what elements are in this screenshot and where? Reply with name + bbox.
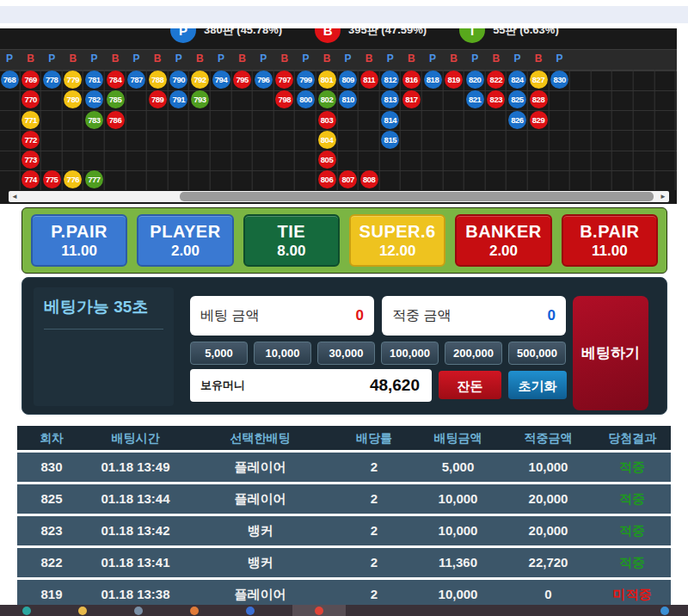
road-result-circle: 812 <box>381 71 399 89</box>
ppair-odds-button[interactable]: P.PAIR11.00 <box>31 214 127 267</box>
road-result-circle: 804 <box>318 131 336 149</box>
road-letter-row: PBPBPBPBPBPBPBPBPBPBPBPBPBP <box>0 49 677 71</box>
road-result-circle: 803 <box>318 111 336 129</box>
history-cell: 20,000 <box>503 516 593 545</box>
reset-button[interactable]: 초기화 <box>508 371 567 399</box>
window-icon[interactable] <box>134 607 143 615</box>
road-result-circle: 786 <box>107 111 125 129</box>
odds-label: SUPER.6 <box>359 222 436 242</box>
chip-button-30000[interactable]: 30,000 <box>317 342 375 365</box>
road-result-circle: 791 <box>169 90 187 108</box>
history-header-cell: 배팅시간 <box>86 426 185 450</box>
chip-button-100000[interactable]: 100,000 <box>381 342 439 365</box>
road-result-circle: 800 <box>297 90 315 108</box>
road-result-circle: 818 <box>424 71 442 89</box>
history-cell: 플레이어 <box>185 484 335 514</box>
tie-odds-button[interactable]: TIE8.00 <box>243 214 340 267</box>
app-icon[interactable] <box>246 607 255 615</box>
chip-button-10000[interactable]: 10,000 <box>254 342 311 365</box>
active-app-icon[interactable] <box>315 607 323 615</box>
scroll-left-icon[interactable]: ◄ <box>9 191 21 202</box>
road-column-letter: P <box>128 52 145 65</box>
road-result-circle: 771 <box>22 111 40 129</box>
history-header-cell: 선택한배팅 <box>185 426 335 450</box>
odds-value: 8.00 <box>277 243 305 260</box>
history-result-cell: 적중 <box>593 484 671 514</box>
bpair-odds-button[interactable]: B.PAIR11.00 <box>562 214 658 267</box>
history-cell: 825 <box>17 484 86 514</box>
bet-history-table: 회차배팅시간선택한배팅배당률배팅금액적중금액당첨결과 83001.18 13:4… <box>17 426 671 609</box>
history-row: 83001.18 13:49플레이어25,00010,000적중 <box>17 453 671 482</box>
history-cell: 5,000 <box>413 453 503 482</box>
bet-timer-box: 베팅가능 35초 <box>34 287 174 406</box>
road-column-letter: B <box>234 52 251 65</box>
history-header-cell: 회차 <box>17 426 86 450</box>
scroll-right-icon[interactable]: ► <box>657 191 669 202</box>
road-result-circle: 785 <box>107 90 125 108</box>
odds-value: 12.00 <box>379 243 416 260</box>
history-result-cell: 적중 <box>593 548 671 577</box>
odds-label: BANKER <box>465 222 542 242</box>
road-scrollbar[interactable]: ◄ ► <box>9 191 669 202</box>
taskbar <box>0 605 688 616</box>
road-result-circle: 778 <box>43 71 61 89</box>
chip-button-5000[interactable]: 5,000 <box>190 342 248 365</box>
road-column-letter: P <box>170 52 187 65</box>
browser-icon[interactable] <box>22 607 31 615</box>
road-column-letter: B <box>488 52 505 65</box>
road-result-circle: 820 <box>466 71 484 89</box>
history-cell: 2 <box>335 453 413 482</box>
player-odds-button[interactable]: PLAYER2.00 <box>137 214 233 267</box>
bet-timer-text: 베팅가능 35초 <box>44 296 163 330</box>
history-cell: 01.18 13:44 <box>86 484 185 514</box>
bet-amount-label: 베팅 금액 <box>200 296 259 336</box>
road-result-circle: 769 <box>22 71 40 89</box>
history-cell: 뱅커 <box>185 516 335 545</box>
change-button[interactable]: 잔돈 <box>439 371 501 399</box>
chip-button-200000[interactable]: 200,000 <box>445 342 502 365</box>
t-stat-icon: T <box>459 28 485 43</box>
road-result-circle: 826 <box>508 111 526 129</box>
banker-odds-button[interactable]: BANKER2.00 <box>455 214 551 267</box>
road-result-circle: 788 <box>149 71 167 89</box>
history-row: 82501.18 13:44플레이어210,00020,000적중 <box>17 484 671 514</box>
road-column-letter: B <box>149 52 166 65</box>
road-result-circle: 801 <box>318 71 336 89</box>
road-result-circle: 814 <box>381 111 399 129</box>
top-banner-band <box>0 6 688 23</box>
road-result-circle: 805 <box>318 151 336 169</box>
road-result-circle: 773 <box>22 151 40 169</box>
chip-button-500000[interactable]: 500,000 <box>508 342 566 365</box>
road-column-letter: B <box>64 52 82 65</box>
road-result-circle: 828 <box>530 90 548 108</box>
history-row: 82301.18 13:42뱅커210,00020,000적중 <box>17 516 671 545</box>
stat-text: 380판 (45.78%) <box>204 28 282 43</box>
road-result-circle: 770 <box>22 90 40 108</box>
odds-button-bar: P.PAIR11.00PLAYER2.00TIE8.00SUPER.612.00… <box>22 207 667 274</box>
scrollbar-thumb[interactable] <box>180 192 654 201</box>
bet-amount-field[interactable]: 베팅 금액 0 <box>190 296 374 336</box>
road-result-circle: 781 <box>85 71 103 89</box>
editor-icon[interactable] <box>190 607 199 615</box>
place-bet-button[interactable]: 베팅하기 <box>573 296 648 410</box>
road-board: P380판 (45.78%)B395판 (47.59%)T55판 (6.63%)… <box>0 28 677 204</box>
road-result-circle: 824 <box>508 71 526 89</box>
history-row: 82201.18 13:41뱅커211,36022,720적중 <box>17 548 671 577</box>
pointer-icon[interactable] <box>660 607 669 615</box>
history-header-cell: 적중금액 <box>503 426 593 450</box>
road-result-circle: 795 <box>233 71 251 89</box>
history-cell: 20,000 <box>503 484 593 514</box>
road-column-letter: B <box>360 52 378 65</box>
super6-odds-button[interactable]: SUPER.612.00 <box>349 214 445 267</box>
win-amount-field[interactable]: 적중 금액 0 <box>382 296 566 336</box>
history-cell: 2 <box>335 516 413 545</box>
folder-icon[interactable] <box>78 607 87 615</box>
road-column-letter: P <box>297 52 314 65</box>
road-result-circle: 807 <box>339 170 357 188</box>
stat-text: 55판 (6.63%) <box>493 28 559 43</box>
road-stat-b: B395판 (47.59%) <box>315 28 427 43</box>
bet-amount-value: 0 <box>356 296 364 336</box>
road-result-circle: 775 <box>43 170 61 188</box>
win-amount-label: 적중 금액 <box>392 296 451 336</box>
win-amount-value: 0 <box>548 296 556 336</box>
